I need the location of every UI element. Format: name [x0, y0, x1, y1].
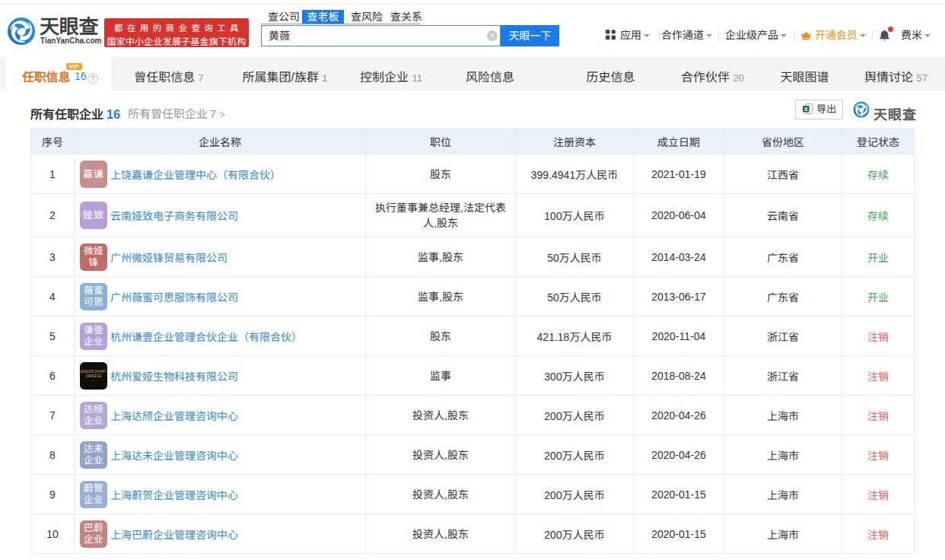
svg-text:X: X: [803, 106, 807, 113]
